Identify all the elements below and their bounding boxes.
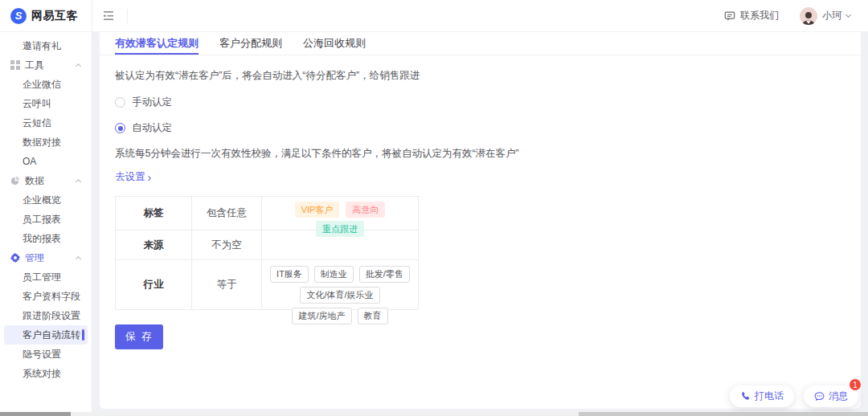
contact-us-button[interactable]: 联系我们	[724, 9, 779, 22]
condition-operator: 包含任意	[192, 197, 262, 230]
table-row: 行业 等于 IT服务 制造业 批发/零售 文化/体育/娱乐业 建筑/房地产 教育	[116, 260, 420, 310]
message-bubble-icon	[814, 391, 825, 402]
user-menu[interactable]: 小珂	[800, 7, 850, 25]
sidebar-group-label: 数据	[25, 174, 44, 188]
sidebar-item-staff-admin[interactable]: 员工管理	[0, 267, 92, 287]
scrollbar-thumb[interactable]	[0, 412, 71, 416]
condition-field: 标签	[116, 197, 192, 230]
sidebar-item-company-overview[interactable]: 企业概览	[0, 190, 92, 210]
condition-values: VIP客户 高意向 重点跟进	[262, 197, 419, 230]
messages-button[interactable]: 消息 1	[804, 385, 858, 407]
tab-valid-lead-rules[interactable]: 有效潜客认定规则	[115, 32, 199, 55]
sidebar-item-cloud-call[interactable]: 云呼叫	[0, 94, 92, 113]
condition-field: 行业	[116, 260, 192, 310]
brand-name: 网易互客	[31, 9, 78, 23]
chevron-down-icon	[845, 11, 851, 17]
sidebar-group-data[interactable]: 数据	[0, 171, 92, 190]
radio-unchecked-icon[interactable]	[115, 97, 125, 108]
condition-operator: 等于	[192, 260, 262, 310]
sidebar-item-invite[interactable]: 邀请有礼	[0, 36, 92, 55]
chat-icon	[724, 10, 735, 22]
sidebar-group-label: 管理	[25, 251, 44, 265]
topbar-divider	[127, 9, 128, 23]
sidebar: S 网易互客 邀请有礼 工具 企业微信 云呼叫 云短信 数据对接 OA 数据 企…	[0, 0, 92, 416]
tag-industry: 批发/零售	[359, 266, 410, 283]
condition-table: 标签 包含任意 VIP客户 高意向 重点跟进 来源 不为空 行业 等于	[115, 196, 420, 310]
chevron-up-icon	[76, 255, 81, 261]
sidebar-item-number-masking[interactable]: 隐号设置	[0, 345, 92, 364]
auto-mode-description: 系统每5分钟会进行一次有效性校验，满足以下条件的客户，将被自动认定为有效“潜在客…	[115, 147, 845, 161]
go-settings-label: 去设置	[115, 170, 145, 184]
floating-actions: 打电话 消息 1	[730, 385, 858, 407]
sidebar-item-staff-report[interactable]: 员工报表	[0, 210, 92, 229]
table-row: 来源 不为空	[116, 230, 420, 260]
tab-public-pool-rules[interactable]: 公海回收规则	[303, 32, 366, 55]
tag-high-intent: 高意向	[346, 202, 385, 218]
tab-customer-assign-rules[interactable]: 客户分配规则	[219, 32, 282, 55]
sidebar-item-oa[interactable]: OA	[0, 152, 92, 171]
scrollbar-thumb[interactable]	[579, 412, 868, 416]
tag-industry: 教育	[358, 308, 388, 324]
auto-mode-radio[interactable]: 自动认定	[115, 121, 845, 135]
condition-values: IT服务 制造业 批发/零售 文化/体育/娱乐业 建筑/房地产 教育	[262, 260, 419, 310]
settings-card: 有效潜客认定规则 客户分配规则 公海回收规则 被认定为有效“潜在客户”后，将会自…	[100, 32, 861, 409]
sidebar-item-cloud-sms[interactable]: 云短信	[0, 113, 92, 133]
manual-mode-label: 手动认定	[132, 96, 172, 109]
rule-panel: 被认定为有效“潜在客户”后，将会自动进入“待分配客户”，给销售跟进 手动认定 自…	[100, 55, 861, 363]
rule-tabs: 有效潜客认定规则 客户分配规则 公海回收规则	[100, 32, 861, 55]
gear-icon	[10, 253, 20, 263]
sidebar-collapse-icon[interactable]	[104, 10, 116, 21]
contact-us-label: 联系我们	[740, 9, 779, 22]
grid-icon	[10, 60, 20, 70]
auto-mode-label: 自动认定	[132, 121, 172, 135]
brand-logo: S 网易互客	[0, 0, 92, 32]
topbar: 联系我们 小珂	[92, 0, 868, 32]
tag-industry: 制造业	[314, 266, 354, 283]
chevron-up-icon	[76, 178, 81, 184]
tag-industry: 建筑/房地产	[292, 308, 351, 324]
condition-values	[262, 230, 419, 260]
sidebar-item-system-connect[interactable]: 系统对接	[0, 364, 92, 383]
sidebar-group-label: 工具	[25, 59, 44, 72]
user-name: 小珂	[822, 9, 841, 22]
sidebar-nav: 邀请有礼 工具 企业微信 云呼叫 云短信 数据对接 OA 数据 企业概览 员工报…	[0, 32, 92, 383]
chevron-right-icon: ›	[148, 173, 152, 181]
unread-count-badge: 1	[849, 378, 862, 391]
go-settings-link[interactable]: 去设置›	[115, 170, 151, 184]
sidebar-item-customer-auto-flow[interactable]: 客户自动流转	[4, 325, 88, 345]
content-area: 有效潜客认定规则 客户分配规则 公海回收规则 被认定为有效“潜在客户”后，将会自…	[92, 32, 868, 416]
chevron-up-icon	[76, 63, 81, 68]
avatar	[800, 7, 817, 25]
tag-industry: 文化/体育/娱乐业	[300, 287, 379, 304]
sidebar-item-followup-stages[interactable]: 跟进阶段设置	[0, 306, 92, 325]
save-button[interactable]: 保 存	[115, 324, 163, 349]
condition-field: 来源	[116, 230, 192, 260]
table-row: 标签 包含任意 VIP客户 高意向 重点跟进	[116, 197, 420, 230]
messages-label: 消息	[829, 389, 848, 403]
phone-icon	[740, 391, 751, 402]
make-call-button[interactable]: 打电话	[730, 385, 794, 407]
sidebar-item-data-connect[interactable]: 数据对接	[0, 133, 92, 152]
horizontal-scrollbar	[0, 412, 868, 416]
make-call-label: 打电话	[755, 389, 784, 403]
rule-intro-text: 被认定为有效“潜在客户”后，将会自动进入“待分配客户”，给销售跟进	[115, 69, 845, 83]
tag-industry: IT服务	[270, 266, 309, 283]
sidebar-group-admin[interactable]: 管理	[0, 248, 92, 267]
sidebar-group-tools[interactable]: 工具	[0, 55, 92, 75]
condition-operator: 不为空	[192, 230, 262, 260]
sidebar-item-my-report[interactable]: 我的报表	[0, 229, 92, 248]
sidebar-item-wecom[interactable]: 企业微信	[0, 75, 92, 94]
tag-vip: VIP客户	[295, 202, 340, 218]
pie-chart-icon	[10, 176, 20, 186]
brand-logo-icon: S	[10, 8, 27, 24]
sidebar-item-customer-fields[interactable]: 客户资料字段	[0, 287, 92, 306]
manual-mode-radio[interactable]: 手动认定	[115, 96, 845, 109]
radio-checked-icon[interactable]	[115, 123, 125, 133]
